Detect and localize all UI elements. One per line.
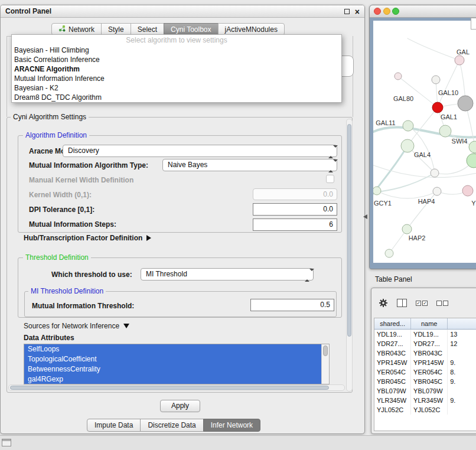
settings-horizontal-scrollbar[interactable] [8, 384, 345, 391]
table-row[interactable]: YPR145WYPR145W9. [374, 358, 476, 367]
bottom-tab-discretize-data[interactable]: Discretize Data [140, 419, 203, 432]
close-icon[interactable]: × [355, 8, 360, 16]
table-row[interactable]: YJL052CYJL052C [374, 405, 476, 415]
table-row[interactable]: YBL079WYBL079W [374, 386, 476, 396]
tab-jactivemnodules[interactable]: jActiveMNodules [218, 23, 285, 35]
control-panel-window: Control Panel × NetworkStyleSelectCyni T… [0, 5, 365, 434]
table-row[interactable]: YLR345WYLR345W9. [374, 396, 476, 405]
column-header-2[interactable] [448, 318, 476, 329]
attribute-item-selfloops[interactable]: SelfLoops [24, 344, 322, 354]
sources-toggle[interactable]: Sources for Network Inference [24, 322, 129, 330]
zoom-traffic-light[interactable] [392, 8, 399, 15]
column-header-shared-[interactable]: shared... [374, 318, 411, 329]
close-traffic-light[interactable] [374, 8, 381, 15]
attribute-item-betweennesscentrality[interactable]: BetweennessCentrality [24, 364, 322, 374]
network-edge [438, 60, 459, 107]
kernel-width-field[interactable]: 0.0 [253, 188, 337, 200]
float-window-icon[interactable] [344, 9, 350, 14]
attribute-item-topologicalcoefficient[interactable]: TopologicalCoefficient [24, 354, 322, 364]
table-cell: YBL079W [411, 386, 448, 396]
network-node[interactable] [395, 73, 402, 80]
algorithm-option-mutual-information-inference[interactable]: Mutual Information Inference [12, 74, 341, 83]
algorithm-dropdown-placeholder: Select algorithm to view settings [12, 35, 341, 45]
mi-steps-label: Mutual Information Steps: [29, 220, 116, 229]
algorithm-option-basic-correlation-inference[interactable]: Basic Correlation Inference [12, 55, 341, 64]
network-node[interactable] [432, 102, 443, 113]
combo-stepper-icon [328, 162, 333, 170]
combo-stepper-icon [328, 148, 333, 156]
data-attributes-label: Data Attributes [24, 334, 74, 342]
network-node-label: GAL10 [438, 89, 458, 96]
tab-style[interactable]: Style [101, 23, 131, 35]
bottom-tab-infer-network[interactable]: Infer Network [203, 419, 260, 432]
aracne-mode-select[interactable]: Discovery [63, 145, 337, 157]
column-header-name[interactable]: name [411, 318, 448, 329]
which-threshold-select[interactable]: MI Threshold [141, 268, 314, 281]
splitter-collapse-arrow[interactable] [363, 214, 367, 219]
network-node-label: GAL80 [393, 95, 413, 102]
network-window-titlebar [370, 5, 476, 18]
network-canvas[interactable]: GALGAL80GAL10GAL11GAL1SWI4GAL4GCY1HAP4YH… [373, 21, 476, 263]
tab-select[interactable]: Select [131, 23, 164, 35]
data-attributes-list[interactable]: SelfLoopsTopologicalCoefficientBetweenne… [24, 344, 330, 384]
network-node[interactable] [401, 139, 414, 152]
mi-algorithm-type-select[interactable]: Naive Bayes [162, 159, 337, 171]
tab-cyni-toolbox[interactable]: Cyni Toolbox [164, 23, 218, 35]
hub-definition-toggle[interactable]: Hub/Transcription Factor Definition [24, 234, 151, 242]
attribute-item-gal4rgexp[interactable]: gal4RGexp [24, 374, 322, 384]
gear-icon[interactable] [379, 298, 388, 308]
network-node[interactable] [432, 76, 440, 84]
network-edge [373, 127, 476, 137]
tab-label: Select [138, 25, 157, 34]
algorithm-option-dream8-dc-tdc-algorithm[interactable]: Dream8 DC_TDC Algorithm [12, 93, 341, 102]
minimized-panel-icon[interactable] [2, 439, 11, 446]
network-scrollbar-fragment[interactable] [471, 18, 476, 30]
clear-all-checks-icon[interactable] [436, 301, 448, 306]
network-node-label: SWI4 [452, 138, 468, 145]
apply-button[interactable]: Apply [160, 400, 200, 412]
table-cell: YJL052C [411, 405, 448, 415]
tab-label: Network [69, 25, 94, 34]
table-row[interactable]: YBR045CYBR045C9. [374, 377, 476, 386]
network-node[interactable] [385, 249, 393, 257]
network-node[interactable] [469, 141, 476, 153]
network-node[interactable] [431, 169, 439, 177]
dpi-tolerance-field[interactable]: 0.0 [253, 203, 337, 216]
manual-kernel-width-checkbox[interactable] [326, 175, 334, 183]
table-row[interactable]: YDR27...YDR27...12 [374, 339, 476, 348]
node-table: shared...name YDL19...YDL19...13YDR27...… [374, 318, 476, 431]
table-row[interactable]: YDL19...YDL19...13 [374, 330, 476, 339]
network-node[interactable] [462, 185, 473, 196]
network-node[interactable] [439, 125, 451, 137]
threshold-definition-title: Threshold Definition [23, 253, 91, 262]
mi-threshold-field[interactable]: 0.5 [250, 299, 334, 311]
network-edge [373, 173, 435, 193]
select-all-checks-icon[interactable]: ✓✓ [416, 301, 428, 306]
network-node[interactable] [403, 120, 413, 131]
table-row[interactable]: YER054CYER054C8. [374, 367, 476, 377]
network-node[interactable] [373, 187, 381, 195]
algorithm-option-aracne-algorithm[interactable]: ARACNE Algorithm [12, 64, 341, 74]
columns-icon[interactable] [397, 299, 407, 307]
network-node-label: Y [471, 200, 476, 207]
algorithm-option-bayesian-k2[interactable]: Bayesian - K2 [12, 83, 341, 93]
tab-network[interactable]: Network [51, 23, 102, 35]
bottom-tab-impute-data[interactable]: Impute Data [87, 419, 141, 432]
mi-steps-field[interactable]: 6 [253, 219, 337, 231]
table-row[interactable]: YBR043CYBR043C [374, 348, 476, 358]
algorithm-option-bayesian-hill-climbing[interactable]: Bayesian - Hill Climbing [12, 45, 341, 55]
list-scrollbar[interactable] [321, 344, 329, 384]
table-cell: 13 [448, 330, 476, 339]
settings-vertical-scrollbar[interactable] [346, 119, 353, 392]
network-node-label: GAL11 [376, 119, 395, 126]
network-node[interactable] [402, 224, 412, 234]
network-node[interactable] [467, 154, 476, 168]
network-node[interactable] [455, 56, 464, 65]
network-node[interactable] [433, 187, 441, 195]
network-node[interactable] [458, 96, 473, 111]
mi-threshold-definition-title: MI Threshold Definition [28, 287, 106, 295]
table-cell: YPR145W [411, 358, 448, 367]
minimize-traffic-light[interactable] [383, 8, 390, 15]
top-tab-bar: NetworkStyleSelectCyni ToolboxjActiveMNo… [51, 23, 285, 35]
network-node-label: HAP2 [409, 234, 426, 242]
